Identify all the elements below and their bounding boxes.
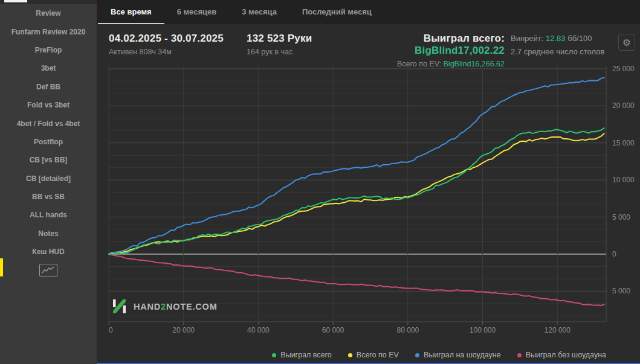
- won-total-line: Выиграл всего: BigBlind17,002.22: [335, 33, 505, 57]
- main-panel: Все время 6 месяцев 3 месяца Последний м…: [97, 0, 640, 364]
- chart-legend: Выиграл всего Всего по EV Выиграл на шоу…: [256, 351, 606, 359]
- sidebar-item-cb-detailed[interactable]: CB [detailed]: [0, 170, 97, 188]
- winrate-line: Винрейт: 12.83 бб/100: [511, 34, 604, 43]
- tab-6-months[interactable]: 6 месяцев: [164, 0, 230, 24]
- svg-text:20 000: 20 000: [612, 101, 635, 110]
- sidebar: Review Funfarm Review 2020 PreFlop 3bet …: [0, 0, 97, 364]
- legend-item-ev-total[interactable]: Всего по EV: [348, 351, 399, 359]
- svg-text:10 000: 10 000: [612, 176, 635, 184]
- line-chart-icon: [39, 264, 57, 276]
- sidebar-item-4bet-fold-vs-4bet[interactable]: 4bet / Fold vs 4bet: [0, 114, 97, 132]
- svg-text:60 000: 60 000: [322, 326, 344, 334]
- winrate-value: 12.83: [546, 34, 566, 43]
- sidebar-item-cash-hud[interactable]: Кеш HUD: [0, 243, 97, 261]
- winrate-label: Винрейт:: [511, 34, 543, 43]
- sidebar-top-accent: [4, 0, 27, 2]
- chart-settings-button[interactable]: ⚙: [618, 34, 635, 51]
- sidebar-item-all-hands[interactable]: ALL hands: [0, 206, 97, 224]
- svg-text:25 000: 25 000: [612, 65, 635, 73]
- svg-text:120 000: 120 000: [545, 326, 571, 334]
- series-line-Всего по EV: [109, 133, 604, 254]
- svg-text:80 000: 80 000: [396, 326, 419, 334]
- hand2note-logo-text: HAND2NOTE.COM: [134, 302, 218, 311]
- hands-block: 132 523 Руки 164 рук в час: [247, 33, 335, 56]
- hands-per-hour: 164 рук в час: [247, 48, 335, 56]
- period-tabbar: Все время 6 месяцев 3 месяца Последний м…: [97, 0, 640, 24]
- winnings-chart-area: 020 00040 00060 00080 000100 000120 0002…: [97, 60, 640, 344]
- date-range-block: 04.02.2025 - 30.07.2025 Активен 808ч 34м: [109, 33, 247, 56]
- legend-dot-yellow: [348, 353, 352, 357]
- gear-icon: ⚙: [622, 37, 631, 48]
- series-line-Выиграл на шоудауне: [109, 78, 604, 254]
- legend-item-showdown[interactable]: Выиграл на шоудауне: [415, 351, 501, 359]
- winrate-block: Винрейт: 12.83 бб/100 2.7 среднее число …: [511, 33, 604, 56]
- sidebar-item-notes[interactable]: Notes: [0, 225, 97, 243]
- active-time: Активен 808ч 34м: [109, 48, 247, 56]
- legend-dot-blue: [415, 353, 419, 357]
- sidebar-menu: Review Funfarm Review 2020 PreFlop 3bet …: [0, 4, 97, 279]
- legend-item-won-total[interactable]: Выиграл всего: [272, 351, 331, 359]
- hand2note-app-window: Review Funfarm Review 2020 PreFlop 3bet …: [0, 0, 640, 364]
- legend-label: Всего по EV: [357, 351, 399, 359]
- winrate-unit: бб/100: [567, 34, 592, 43]
- tab-3-months[interactable]: 3 месяца: [229, 0, 289, 24]
- sidebar-item-postflop[interactable]: Postflop: [0, 133, 97, 151]
- svg-text:15 000: 15 000: [612, 139, 635, 147]
- sidebar-item-3bet[interactable]: 3bet: [0, 59, 97, 77]
- legend-label: Выиграл всего: [280, 351, 331, 359]
- tab-all-time[interactable]: Все время: [98, 0, 164, 24]
- sidebar-item-fold-vs-3bet[interactable]: Fold vs 3bet: [0, 96, 97, 114]
- sidebar-item-review[interactable]: Review: [0, 4, 97, 22]
- legend-dot-green: [272, 353, 276, 357]
- stats-header: 04.02.2025 - 30.07.2025 Активен 808ч 34м…: [97, 24, 640, 62]
- avg-tables: 2.7 среднее число столов: [511, 47, 604, 56]
- legend-label: Выиграл без шоудауна: [526, 351, 606, 359]
- svg-text:5 000: 5 000: [612, 213, 630, 222]
- sidebar-item-preflop[interactable]: PreFlop: [0, 41, 97, 59]
- svg-text:20 000: 20 000: [172, 326, 195, 334]
- series-line-Выиграл всего: [109, 128, 604, 255]
- svg-text:5 000: 5 000: [612, 287, 630, 295]
- sidebar-item-bb-vs-sb[interactable]: BB vs SB: [0, 188, 97, 206]
- won-total-value: BigBlind17,002.22: [415, 45, 505, 56]
- svg-text:0: 0: [612, 250, 616, 258]
- date-range: 04.02.2025 - 30.07.2025: [109, 33, 247, 45]
- tab-last-month[interactable]: Последний месяц: [289, 0, 384, 24]
- svg-text:100 000: 100 000: [470, 326, 496, 334]
- legend-item-non-showdown[interactable]: Выиграл без шоудауна: [517, 351, 606, 359]
- hand2note-logo-icon: [111, 298, 128, 315]
- sidebar-item-cb-vs-bb[interactable]: CB [vs BB]: [0, 151, 97, 169]
- sidebar-item-graph[interactable]: [0, 261, 97, 279]
- legend-label: Выиграл на шоудауне: [424, 351, 501, 359]
- sidebar-item-def-bb[interactable]: Def BB: [0, 78, 97, 96]
- svg-text:40 000: 40 000: [247, 326, 270, 334]
- sidebar-item-funfarm-review-2020[interactable]: Funfarm Review 2020: [0, 22, 97, 40]
- legend-dot-pink: [517, 353, 522, 357]
- svg-text:0: 0: [109, 326, 113, 334]
- hands-total: 132 523 Руки: [247, 33, 335, 45]
- won-total-label: Выиграл всего:: [424, 33, 505, 44]
- hand2note-logo: HAND2NOTE.COM: [111, 298, 218, 315]
- sidebar-active-marker: [0, 258, 3, 276]
